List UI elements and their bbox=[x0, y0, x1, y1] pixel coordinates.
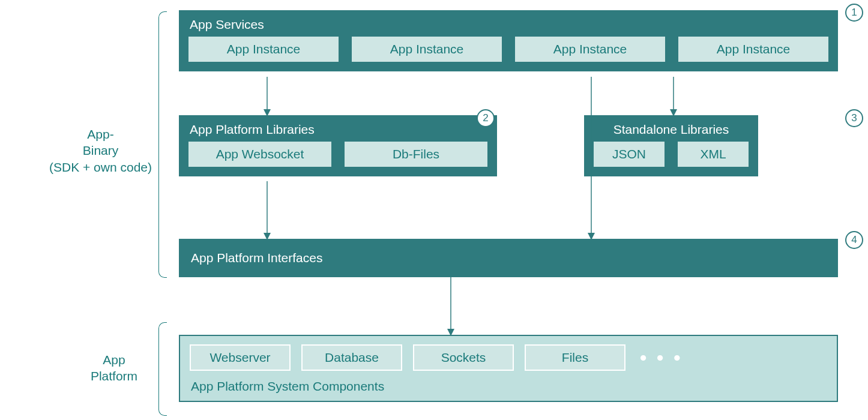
svg-marker-7 bbox=[264, 233, 271, 240]
svg-marker-5 bbox=[670, 109, 677, 116]
item-xml: XML bbox=[678, 142, 749, 167]
box-platform-interfaces: App Platform Interfaces bbox=[179, 239, 838, 277]
ellipsis-icon: • • • bbox=[640, 347, 683, 369]
box-platform-libraries: App Platform Libraries App Websocket Db-… bbox=[179, 115, 497, 176]
label-app-platform: App Platform bbox=[78, 352, 150, 385]
box-system-components: Webserver Database Sockets Files • • • A… bbox=[179, 335, 838, 402]
box-standalone-libraries: Standalone Libraries JSON XML bbox=[584, 115, 758, 176]
svg-marker-1 bbox=[264, 109, 271, 116]
arrow-services-to-interfaces bbox=[585, 77, 597, 240]
box-app-services: App Services App Instance App Instance A… bbox=[179, 10, 838, 71]
badge-3: 3 bbox=[845, 109, 863, 127]
title-system-components: App Platform System Components bbox=[191, 379, 827, 394]
title-platform-interfaces: App Platform Interfaces bbox=[191, 251, 322, 265]
arrow-interfaces-to-system bbox=[445, 277, 457, 336]
arrow-services-to-platformlibs bbox=[261, 77, 273, 116]
bracket-app-binary bbox=[158, 11, 167, 278]
badge-2: 2 bbox=[477, 109, 495, 127]
arrow-services-to-standalone bbox=[668, 77, 680, 116]
item-app-websocket: App Websocket bbox=[188, 142, 331, 167]
svg-marker-9 bbox=[447, 329, 454, 336]
title-app-services: App Services bbox=[190, 17, 828, 32]
item-app-instance: App Instance bbox=[678, 37, 828, 62]
item-app-instance: App Instance bbox=[352, 37, 502, 62]
item-db-files: Db-Files bbox=[345, 142, 487, 167]
item-app-instance: App Instance bbox=[188, 37, 339, 62]
label-app-binary: App- Binary (SDK + own code) bbox=[48, 126, 153, 175]
item-json: JSON bbox=[594, 142, 665, 167]
item-app-instance: App Instance bbox=[515, 37, 665, 62]
item-database: Database bbox=[301, 344, 402, 371]
title-platform-libraries: App Platform Libraries bbox=[190, 122, 487, 137]
item-webserver: Webserver bbox=[190, 344, 291, 371]
title-standalone-libraries: Standalone Libraries bbox=[594, 122, 749, 137]
badge-1: 1 bbox=[845, 4, 863, 22]
svg-marker-3 bbox=[588, 233, 595, 240]
arrow-platformlibs-to-interfaces bbox=[261, 181, 273, 240]
item-sockets: Sockets bbox=[413, 344, 514, 371]
badge-4: 4 bbox=[845, 231, 863, 249]
item-files: Files bbox=[525, 344, 625, 371]
bracket-app-platform bbox=[158, 322, 167, 416]
